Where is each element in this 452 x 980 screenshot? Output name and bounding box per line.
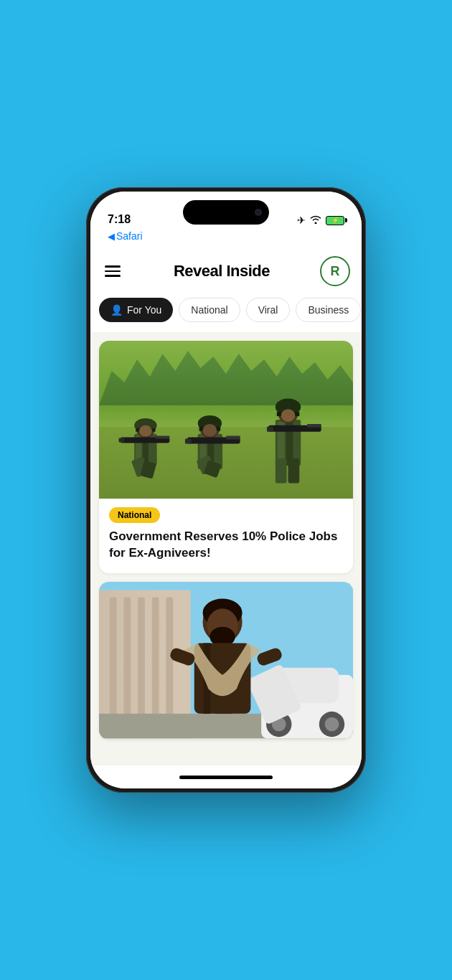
svg-rect-12 [119,438,125,443]
chevron-left-icon: ◀ [108,231,115,242]
app-logo-letter: R [330,264,339,279]
article-1-image [99,341,353,499]
tab-national[interactable]: National [179,298,240,322]
airplane-icon: ✈ [297,215,306,226]
hamburger-button[interactable] [102,263,123,280]
dynamic-island [183,200,269,225]
home-bar [179,776,273,779]
app-logo[interactable]: R [320,256,350,286]
svg-rect-41 [123,597,131,731]
svg-rect-29 [288,458,300,483]
news-feed: National Government Reserves 10% Police … [90,332,362,748]
home-indicator [90,765,362,788]
svg-rect-43 [152,597,159,731]
phone-screen: 7:18 ✈ ⚡ ◀ Safari [90,192,362,788]
svg-rect-44 [166,597,173,731]
svg-point-21 [203,424,217,437]
safari-back-label[interactable]: Safari [116,230,143,242]
svg-rect-28 [276,458,287,483]
svg-rect-40 [110,597,117,731]
svg-rect-42 [138,597,145,731]
status-time: 7:18 [108,213,131,226]
camera-dot [255,209,262,216]
svg-rect-23 [226,436,240,440]
tab-viral-label: Viral [258,304,278,316]
tab-viral[interactable]: Viral [246,298,291,322]
article-1-headline: Government Reserves 10% Police Jobs for … [109,529,343,562]
battery-icon: ⚡ [326,216,344,225]
svg-rect-35 [307,424,321,428]
app-title: Reveal Inside [174,262,270,281]
svg-rect-11 [156,436,170,439]
svg-point-9 [139,425,152,437]
svg-rect-24 [185,439,192,444]
tab-for-you-label: For You [127,304,161,316]
hamburger-line-1 [105,265,121,268]
tab-for-you[interactable]: 👤 For You [99,298,173,322]
politician-svg [99,582,353,740]
svg-point-33 [281,409,296,422]
soldiers-svg [99,341,353,499]
article-1-badge: National [109,507,160,523]
status-icons: ✈ ⚡ [297,215,344,226]
category-tabs: 👤 For You National Viral Business [90,292,362,332]
app-header: Reveal Inside R [90,248,362,292]
for-you-icon: 👤 [110,304,123,316]
phone-frame: 7:18 ✈ ⚡ ◀ Safari [86,187,366,793]
tab-business-label: Business [308,304,349,316]
article-1-body: National Government Reserves 10% Police … [99,499,353,573]
hamburger-line-3 [105,275,121,277]
news-card-1[interactable]: National Government Reserves 10% Police … [99,341,353,573]
article-2-image [99,582,353,740]
svg-rect-36 [267,427,273,432]
safari-back-bar: ◀ Safari [90,230,362,248]
app-content[interactable]: Reveal Inside R 👤 For You National Viral [90,248,362,765]
tab-national-label: National [191,304,227,316]
tab-business[interactable]: Business [296,298,361,322]
svg-point-51 [325,717,339,732]
hamburger-line-2 [105,270,121,273]
wifi-icon [310,215,321,226]
news-card-2[interactable] [99,582,353,740]
